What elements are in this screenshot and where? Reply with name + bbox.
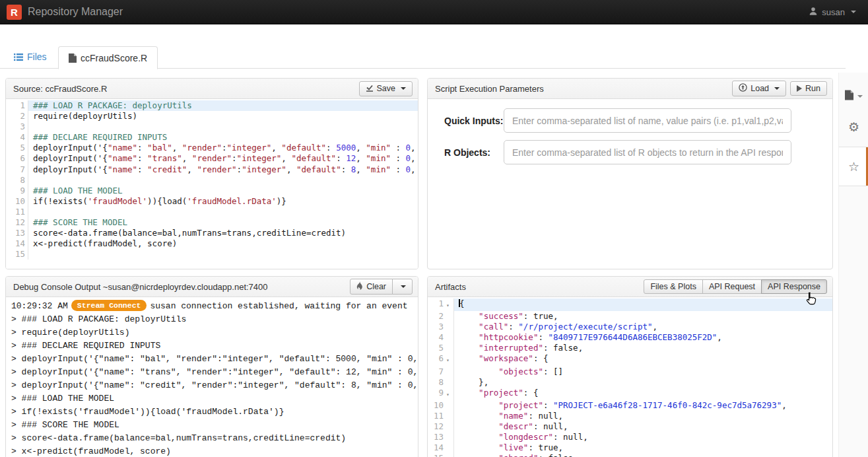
tab-ccfraudscore[interactable]: ccFraudScore.R [58,46,158,69]
code-line: 5deployrInput('{"name": "bal", "render":… [6,143,418,153]
console-line: > require(deployrUtils) [11,326,413,339]
fold-spacer [446,343,453,353]
files-plots-button[interactable]: Files & Plots [644,279,702,294]
fold-spacer [446,332,453,343]
tab-files[interactable]: Files [5,46,55,69]
code-line: 14 "live": true, [428,442,832,453]
user-menu[interactable]: susan [809,7,856,18]
sidebar-settings[interactable]: ⚙ [839,112,868,141]
code-line: 4 "httpcookie": "8409717E976644D6A86EBCE… [428,332,832,343]
code-line: 13score<-data.frame(balance=bal,numTrans… [6,228,418,238]
file-icon [69,53,77,65]
source-panel-header: Source: ccFraudScore.R Save [6,79,418,99]
code-line: 14x<-predict(fraudModel, score) [6,238,418,249]
code-line: 15 "shared": false [428,453,832,457]
gear-icon: ⚙ [848,120,859,135]
code-line: 11 "name": null, [428,411,832,421]
console-line: > deployrInput('{"name": "credit", "rend… [11,379,413,392]
console-line: > score<-data.frame(balance=bal,numTrans… [11,432,413,445]
code-line: 2 "success": true, [428,311,832,322]
fold-spacer [446,400,453,411]
fold-spacer [446,442,453,453]
api-response-viewer[interactable]: 1▾{2 "success": true,3 "call": "/r/proje… [428,297,832,457]
load-button[interactable]: Load [732,81,786,96]
code-line: 13 "longdescr": null, [428,432,832,442]
document-icon [845,90,853,103]
tab-ccfraudscore-label: ccFraudScore.R [81,53,147,63]
user-icon [809,7,818,18]
code-line: 10if(!exists('fraudModel')){load('fraudM… [6,196,418,207]
fold-spacer [446,432,453,442]
console-line: 10:29:32 AMStream Connectsusan connectio… [11,300,413,313]
upload-circle-icon [739,83,747,94]
fold-spacer [446,322,453,332]
stream-connect-badge: Stream Connect [71,300,147,311]
api-request-button[interactable]: API Request [702,279,762,294]
console-line: > ### LOAD THE MODEL [11,392,413,405]
code-line: 8 [6,175,418,186]
app-title: Repository Manager [28,6,123,18]
script-execution-panel: Script Execution Parameters Load Run Qui… [427,78,833,269]
debug-console-header: Debug Console Output ~susan@nicrdeployrd… [6,277,418,297]
code-line: 10 "project": "PROJECT-e6a46f28-1717-46f… [428,400,832,411]
fire-icon [356,281,363,292]
run-button[interactable]: Run [790,81,827,96]
top-navbar: R Repository Manager susan [0,0,868,24]
sidebar-file-menu[interactable] [839,82,868,111]
fold-toggle[interactable]: ▾ [446,388,453,400]
right-sidebar: ⚙ ☆ [838,73,868,457]
save-button[interactable]: Save [359,81,413,96]
save-icon [366,84,374,94]
api-response-button[interactable]: API Response [761,279,827,294]
code-line: 1### LOAD R PACKAGE: deployrUtils [6,100,418,111]
console-line: > ### SCORE THE MODEL [11,419,413,432]
code-line: 7deployrInput('{"name": "credit", "rende… [6,164,418,175]
artifacts-header: Artifacts Files & Plots API Request API … [428,277,832,297]
code-line: 2require(deployrUtils) [6,111,418,122]
debug-console-panel: Debug Console Output ~susan@nicrdeployrd… [5,276,418,457]
code-line: 9▾ "project": { [428,388,832,400]
play-icon [797,85,802,92]
debug-console-title: Debug Console Output ~susan@nicrdeployrd… [13,282,350,292]
fold-spacer [446,453,453,457]
star-icon: ☆ [848,159,859,174]
code-line: 7 "objects": [] [428,367,832,377]
code-line: 9### LOAD THE MODEL [6,186,418,196]
code-line: 3 "call": "/r/project/execute/script", [428,322,832,332]
source-code-editor[interactable]: 1### LOAD R PACKAGE: deployrUtils2requir… [6,99,418,269]
artifacts-panel: Artifacts Files & Plots API Request API … [427,276,833,457]
console-line: > ### DECLARE REQUIRED INPUTS [11,339,413,353]
clear-button[interactable]: Clear [350,279,393,295]
clear-caret-icon [401,285,406,288]
console-line: > x<-predict(fraudModel, score) [11,445,413,457]
code-line: 12### SCORE THE MODEL [6,217,418,228]
load-caret-icon [774,87,780,90]
fold-spacer [446,377,453,388]
code-line: 12 "descr": null, [428,421,832,432]
fold-toggle[interactable]: ▾ [446,353,453,366]
user-caret-icon [851,11,856,13]
fold-spacer [446,421,453,432]
console-line: > ### LOAD R PACKAGE: deployrUtils [11,313,413,326]
console-line: > if(!exists('fraudModel')){load('fraudM… [11,405,413,419]
tab-files-label: Files [27,52,47,62]
console-line: > deployrInput('{"name": "bal", "render"… [11,353,413,366]
code-line: 6▾ "workspace": { [428,353,832,366]
quick-inputs-input[interactable] [504,108,791,133]
code-line: 8 }, [428,377,832,388]
sidebar-file-caret-icon [857,95,863,98]
file-tabbar: Files ccFraudScore.R [0,46,846,69]
sidebar-favorites[interactable]: ☆ [839,147,868,186]
script-execution-header: Script Execution Parameters Load Run [428,79,832,99]
code-line: 4### DECLARE REQUIRED INPUTS [6,132,418,143]
script-execution-title: Script Execution Parameters [435,84,732,94]
source-panel: Source: ccFraudScore.R Save 1### LOAD R … [5,78,418,269]
code-line: 15 [6,249,418,260]
r-objects-input[interactable] [504,140,791,164]
debug-console-output[interactable]: 10:29:32 AMStream Connectsusan connectio… [6,297,418,457]
quick-inputs-label: Quick Inputs: [428,116,504,126]
clear-dropdown-button[interactable] [392,279,413,295]
fold-toggle[interactable]: ▾ [446,299,453,311]
code-line: 6deployrInput('{"name": "trans", "render… [6,153,418,164]
fold-spacer [446,411,453,421]
